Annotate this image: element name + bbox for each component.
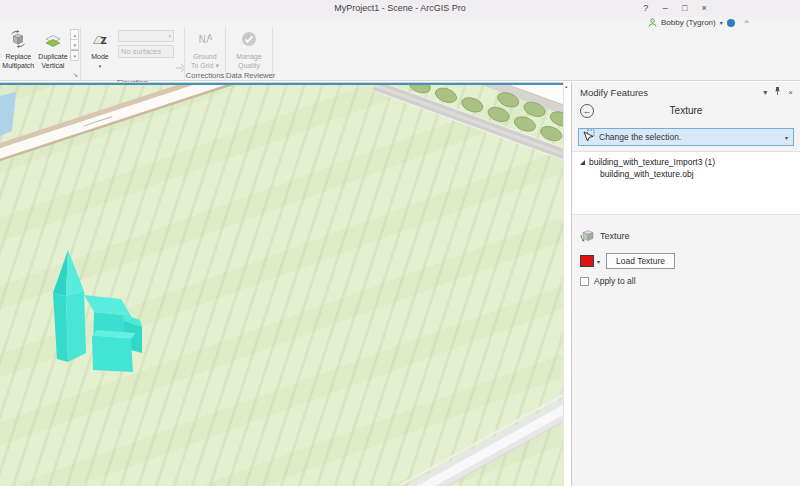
svg-text:Z: Z bbox=[101, 36, 107, 46]
ribbon-group-edit-tools: Replace Multipatch Duplicate Vertical ▴ bbox=[0, 27, 81, 80]
tree-item-label: building_with_texture_Import3 (1) bbox=[589, 157, 715, 167]
account-row: Bobby (Tygron) ▾ ^ bbox=[648, 17, 748, 28]
replace-multipatch-button[interactable]: Replace Multipatch bbox=[1, 28, 36, 70]
mode-button[interactable]: Z Mode ▾ bbox=[82, 28, 118, 70]
ground-to-grid-button: N Ground To Grid ▾ bbox=[187, 28, 223, 70]
ribbon-group-elevation: Z Mode ▾ ▾ bbox=[81, 27, 185, 80]
user-icon bbox=[648, 18, 657, 27]
pane-pin-icon[interactable] bbox=[774, 86, 781, 98]
water-polygon bbox=[0, 92, 16, 136]
back-button[interactable]: ← bbox=[580, 104, 594, 118]
road-bottom-right bbox=[398, 388, 563, 486]
combo-caret-icon: ▾ bbox=[168, 33, 171, 39]
pane-close-icon[interactable]: × bbox=[788, 88, 793, 97]
group-label-spacer bbox=[0, 70, 80, 80]
texture-color-swatch[interactable] bbox=[580, 255, 594, 267]
duplicate-vertical-button[interactable]: Duplicate Vertical bbox=[36, 28, 71, 70]
texture-section-label: Texture bbox=[600, 231, 630, 241]
surfaces-input bbox=[118, 45, 174, 58]
mode-caret-icon: ▾ bbox=[99, 62, 102, 70]
scroll-up-icon[interactable]: ▴ bbox=[565, 83, 568, 89]
dialog-launcher-icon[interactable]: ↘ bbox=[72, 71, 78, 79]
svg-text:N: N bbox=[199, 34, 206, 45]
duplicate-vertical-icon bbox=[44, 30, 62, 52]
button-label: Quality bbox=[238, 62, 260, 70]
swatch-caret-icon[interactable]: ▾ bbox=[597, 258, 600, 265]
collapse-ribbon-icon[interactable]: ^ bbox=[745, 18, 749, 27]
apply-to-all-checkbox[interactable] bbox=[580, 277, 589, 286]
selection-caret-icon[interactable]: ▾ bbox=[785, 134, 788, 141]
tree-item-label: building_with_texture.obj bbox=[600, 169, 694, 179]
texture-tool-icon bbox=[580, 228, 594, 244]
account-name[interactable]: Bobby (Tygron) bbox=[661, 18, 716, 27]
gallery-expand-icon[interactable]: ▾ bbox=[71, 50, 78, 60]
tool-page-title: Texture bbox=[572, 102, 800, 120]
group-label-corrections: Corrections bbox=[185, 70, 225, 81]
elevation-surface-combo: ▾ bbox=[118, 30, 174, 42]
ribbon-empty-area bbox=[273, 27, 800, 80]
manage-quality-icon bbox=[240, 30, 258, 52]
help-button[interactable]: ? bbox=[636, 0, 656, 17]
replace-multipatch-icon bbox=[9, 30, 27, 52]
modify-features-pane: Modify Features ▾ × ← Texture Change the… bbox=[571, 82, 800, 486]
ground-to-grid-icon: N bbox=[196, 30, 214, 52]
gallery-up-icon[interactable]: ▴ bbox=[71, 30, 78, 40]
group-label-data-reviewer: Data Reviewer bbox=[226, 70, 272, 81]
pane-title: Modify Features bbox=[580, 87, 648, 98]
change-selection-label: Change the selection. bbox=[599, 132, 781, 142]
notifications-icon[interactable] bbox=[727, 19, 735, 27]
expander-icon[interactable] bbox=[580, 160, 585, 165]
button-label: Duplicate bbox=[38, 53, 67, 61]
account-caret-icon[interactable]: ▾ bbox=[720, 19, 723, 26]
window-controls: ? – □ × bbox=[636, 0, 714, 17]
pane-menu-caret-icon[interactable]: ▾ bbox=[763, 88, 767, 97]
selection-tree: building_with_texture_Import3 (1) buildi… bbox=[572, 151, 800, 215]
ribbon-group-corrections: N Ground To Grid ▾ Corrections bbox=[185, 27, 226, 80]
button-label: Vertical bbox=[41, 62, 64, 70]
change-selection-bar[interactable]: Change the selection. ▾ bbox=[578, 128, 794, 146]
scene-canvas bbox=[0, 85, 563, 486]
gallery-scroll: ▴ ▾ ▾ bbox=[70, 29, 79, 61]
select-cursor-icon bbox=[582, 128, 595, 146]
button-label: Multipatch bbox=[2, 62, 34, 70]
button-label: Replace bbox=[5, 53, 31, 61]
minimize-button[interactable]: – bbox=[656, 0, 676, 17]
button-label: Manage bbox=[236, 53, 261, 61]
title-bar: MyProject1 - Scene - ArcGIS Pro ? – □ × bbox=[0, 0, 800, 17]
close-button[interactable]: × bbox=[695, 0, 715, 17]
button-label: To Grid ▾ bbox=[191, 62, 219, 70]
button-label: Mode bbox=[91, 53, 109, 61]
elevation-mode-icon: Z bbox=[91, 30, 109, 52]
tree-item-feature[interactable]: building_with_texture.obj bbox=[572, 168, 800, 180]
load-texture-button[interactable]: Load Texture bbox=[606, 253, 675, 269]
apply-to-all-label: Apply to all bbox=[594, 276, 636, 286]
scene-viewport[interactable] bbox=[0, 82, 563, 486]
gallery-down-icon[interactable]: ▾ bbox=[71, 40, 78, 50]
active-view-border bbox=[0, 82, 563, 85]
selected-building bbox=[53, 250, 142, 372]
ribbon-group-data-reviewer: Manage Quality Data Reviewer bbox=[226, 27, 273, 80]
tree-item-layer[interactable]: building_with_texture_Import3 (1) bbox=[572, 156, 800, 168]
manage-quality-button: Manage Quality bbox=[231, 28, 267, 70]
maximize-button[interactable]: □ bbox=[675, 0, 695, 17]
button-label: Ground bbox=[193, 53, 216, 61]
view-splitter[interactable]: ▴ bbox=[563, 82, 571, 486]
roads-top-right bbox=[373, 85, 563, 173]
road-top-left bbox=[0, 85, 265, 163]
